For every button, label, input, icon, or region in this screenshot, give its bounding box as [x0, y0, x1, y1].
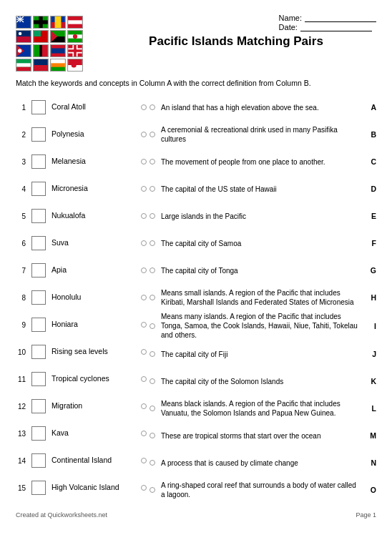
- answer-box[interactable]: [31, 154, 46, 169]
- def-letter: M: [366, 431, 376, 440]
- term-text: Melanesia: [49, 157, 138, 166]
- def-dot: [150, 460, 155, 466]
- row-num: 13: [16, 430, 26, 438]
- def-row-N: A process that is caused by climate chan…: [148, 450, 376, 476]
- def-text: Means many islands. A region of the Paci…: [158, 312, 363, 340]
- answer-box[interactable]: [31, 209, 46, 223]
- def-text: A process that is caused by climate chan…: [158, 458, 363, 468]
- term-row-2: 2 Polynesia: [16, 122, 148, 147]
- term-text: Kava: [49, 428, 138, 438]
- def-letter: F: [366, 239, 376, 247]
- term-dot: [141, 186, 147, 192]
- def-letter: G: [366, 266, 376, 275]
- flag-1: [16, 16, 31, 29]
- svg-rect-47: [34, 65, 48, 71]
- def-row-O: A ring-shaped coral reef that surrounds …: [148, 477, 376, 503]
- term-dot: [141, 240, 147, 246]
- answer-box[interactable]: [31, 399, 46, 413]
- answer-box[interactable]: [31, 236, 46, 250]
- answer-box[interactable]: [31, 426, 46, 441]
- term-dot: [141, 431, 147, 436]
- def-row-G: The capital city of Tonga G: [148, 257, 376, 283]
- svg-rect-33: [39, 45, 42, 57]
- def-text: These are tropical storms that start ove…: [158, 431, 363, 441]
- def-dot: [150, 487, 155, 493]
- term-text: Continental Island: [49, 456, 138, 465]
- answer-box[interactable]: [31, 453, 46, 468]
- svg-rect-41: [68, 49, 82, 52]
- term-row-11: 11 Tropical cyclones: [16, 366, 148, 392]
- flag-7: [50, 30, 66, 43]
- svg-point-30: [18, 49, 21, 52]
- svg-point-19: [19, 32, 21, 35]
- date-label: Date:: [279, 23, 298, 31]
- flags-grid: [16, 16, 83, 72]
- answer-box[interactable]: [31, 290, 46, 305]
- term-row-9: 9 Honiara: [16, 312, 148, 338]
- answer-box[interactable]: [31, 263, 46, 278]
- svg-rect-35: [51, 54, 65, 57]
- answer-box[interactable]: [31, 345, 46, 359]
- svg-rect-45: [16, 67, 31, 71]
- flag-10: [33, 44, 49, 57]
- flag-9: [16, 44, 31, 57]
- def-text: A ring-shaped coral reef that surrounds …: [158, 481, 363, 499]
- def-letter: B: [366, 130, 376, 139]
- term-dot: [141, 376, 147, 382]
- term-row-5: 5 Nukualofa: [16, 203, 148, 229]
- def-letter: I: [366, 322, 376, 330]
- flag-4: [67, 16, 83, 29]
- term-row-4: 4 Micronesia: [16, 176, 148, 202]
- term-row-1: 1 Coral Atoll: [16, 94, 148, 120]
- svg-point-53: [72, 62, 77, 67]
- flag-14: [33, 59, 49, 72]
- def-dot: [150, 295, 155, 300]
- answer-box[interactable]: [31, 182, 46, 196]
- term-text: Migration: [49, 401, 138, 411]
- row-num: 3: [16, 158, 26, 166]
- term-row-15: 15 High Volcanic Island: [16, 475, 148, 501]
- def-row-C: The movement of people from one place to…: [148, 149, 376, 175]
- row-num: 12: [16, 403, 26, 411]
- flag-6: [33, 30, 49, 43]
- svg-rect-14: [68, 16, 82, 19]
- svg-rect-43: [16, 59, 31, 63]
- answer-box[interactable]: [31, 481, 46, 495]
- row-num: 9: [16, 321, 26, 329]
- flag-12: [67, 44, 83, 57]
- term-dot: [141, 104, 147, 110]
- term-dot: [141, 458, 147, 463]
- date-underline: [300, 22, 372, 31]
- term-row-6: 6 Suva: [16, 230, 148, 256]
- term-row-13: 13 Kava: [16, 421, 148, 446]
- row-num: 10: [16, 348, 26, 356]
- term-row-14: 14 Continental Island: [16, 448, 148, 473]
- footer-created: Created at Quickworksheets.net: [16, 511, 107, 519]
- name-field: Name:: [279, 13, 376, 22]
- svg-rect-21: [34, 31, 41, 36]
- row-num: 2: [16, 131, 26, 139]
- term-dot: [141, 159, 147, 164]
- def-text: The capital city of Tonga: [158, 266, 363, 275]
- def-row-A: An island that has a high elevation abov…: [148, 94, 376, 120]
- term-text: Micronesia: [49, 184, 138, 193]
- svg-rect-17: [16, 36, 31, 42]
- term-dot: [141, 349, 147, 355]
- def-text: Means small islands. A region of the Pac…: [158, 288, 363, 307]
- flag-8: [67, 30, 83, 43]
- answer-box[interactable]: [31, 372, 46, 386]
- term-text: Honolulu: [49, 293, 138, 302]
- def-text: The capital city of the Solomon Islands: [158, 377, 363, 386]
- def-text: Large islands in the Pacific: [158, 212, 363, 221]
- answer-box[interactable]: [31, 100, 46, 114]
- def-letter: L: [366, 404, 376, 413]
- def-letter: A: [366, 103, 376, 112]
- column-a: 1 Coral Atoll 2 Polynesia 3 Melanesia 4 …: [16, 94, 148, 504]
- term-text: Polynesia: [49, 129, 138, 139]
- answer-box[interactable]: [31, 318, 46, 332]
- term-dot: [141, 322, 147, 328]
- title-block: Name: Date: Pacific Islands Matching Pai…: [96, 13, 376, 51]
- column-b: An island that has a high elevation abov…: [148, 94, 376, 504]
- answer-box[interactable]: [31, 127, 46, 142]
- def-letter: N: [366, 458, 376, 467]
